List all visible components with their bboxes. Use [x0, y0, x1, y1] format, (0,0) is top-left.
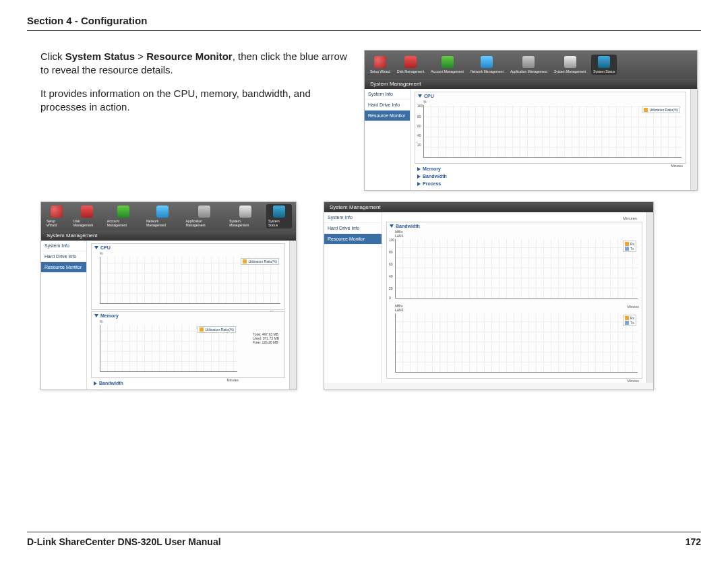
swatch-tx-icon	[625, 321, 629, 325]
scrollbar[interactable]	[690, 89, 697, 190]
section-header-memory[interactable]: Memory	[92, 312, 284, 319]
toolbar-application-management[interactable]: Application Management	[185, 206, 224, 227]
sidebar-item-hard-drive-info[interactable]: Hard Drive Info	[41, 251, 86, 262]
toolbar-label: Network Management	[146, 219, 179, 227]
text: Click	[40, 51, 65, 62]
toolbar-label: Account Management	[431, 69, 464, 73]
legend-label: Utilization Ratio(%)	[649, 108, 678, 112]
y-unit: %	[415, 100, 686, 104]
sidebar: System Info Hard Drive Info Resource Mon…	[324, 212, 382, 383]
y-unit: %	[92, 319, 284, 323]
toolbar-system-status[interactable]: System Status	[591, 55, 617, 75]
ytick: 40	[417, 133, 421, 137]
page-number: 172	[686, 536, 701, 547]
scrollbar[interactable]	[646, 212, 653, 383]
ytick: 60	[389, 262, 393, 266]
memory-info: Total: 497.93 MB Used: 371.73 MB Free: 1…	[253, 332, 279, 344]
ytick: 80	[417, 115, 421, 119]
toolbar-account-management[interactable]: Account Management	[106, 206, 141, 227]
sidebar: System Info Hard Drive Info Resource Mon…	[41, 241, 87, 389]
content-pane: CPU % Utilization Ratio(%) 100 80 60 40 …	[411, 89, 690, 190]
cpu-chart: Utilization Ratio(%) Minutes	[100, 257, 280, 304]
content-pane: Minutes Bandwidth MB/sLAN1 Rx Tx 100 80 …	[382, 212, 646, 383]
label: Memory	[423, 166, 441, 171]
section-header-cpu[interactable]: CPU	[415, 92, 686, 100]
label: Bandwidth	[396, 224, 420, 228]
swatch-rx-icon	[625, 242, 629, 246]
legend: Utilization Ratio(%)	[198, 326, 236, 333]
toolbar-disk-management[interactable]: Disk Management	[72, 206, 102, 227]
toolbar-account-management[interactable]: Account Management	[429, 56, 465, 73]
toolbar-label: Setup Wizard	[370, 69, 390, 73]
account-icon	[442, 56, 454, 68]
ytick: 60	[417, 124, 421, 128]
toolbar-disk-management[interactable]: Disk Management	[396, 56, 425, 73]
scrollbar[interactable]	[289, 241, 296, 389]
ytick: 0	[389, 296, 391, 300]
text: >	[135, 51, 146, 62]
toolbar-label: System Status	[593, 69, 615, 73]
toolbar-label: System Management	[554, 69, 586, 73]
sidebar-item-system-info[interactable]: System Info	[324, 212, 382, 223]
toolbar-label: Application Management	[186, 219, 223, 227]
section-header-process[interactable]: Process	[415, 180, 686, 187]
chevron-down-icon	[94, 314, 98, 317]
ytick: 20	[417, 143, 421, 147]
sidebar: System Info Hard Drive Info Resource Mon…	[365, 89, 411, 190]
sidebar-item-hard-drive-info[interactable]: Hard Drive Info	[324, 223, 382, 234]
chevron-down-icon	[94, 246, 98, 249]
content-pane: CPU % Utilization Ratio(%) Minutes Memor…	[87, 241, 289, 389]
chevron-right-icon	[417, 175, 421, 179]
toolbar-network-management[interactable]: Network Management	[145, 206, 181, 227]
ytick: 20	[389, 286, 393, 290]
swatch-icon	[243, 259, 247, 263]
sidebar-item-resource-monitor[interactable]: Resource Monitor	[324, 234, 382, 245]
toolbar-system-management[interactable]: System Management	[228, 206, 262, 227]
legend-label: Utilization Ratio(%)	[248, 259, 277, 263]
toolbar-label: Account Management	[107, 219, 140, 227]
toolbar-system-status[interactable]: System Status	[266, 204, 292, 228]
sidebar-item-hard-drive-info[interactable]: Hard Drive Info	[365, 100, 410, 111]
ytick: 80	[389, 250, 393, 254]
label: Memory	[100, 313, 119, 318]
sidebar-item-system-info[interactable]: System Info	[41, 241, 86, 251]
gear-icon	[239, 206, 251, 218]
toolbar-label: Disk Management	[397, 69, 424, 73]
app-icon	[198, 206, 210, 218]
label: CPU	[100, 245, 111, 250]
swatch-icon	[200, 327, 204, 332]
toolbar-system-management[interactable]: System Management	[553, 56, 587, 73]
section-header-cpu[interactable]: CPU	[92, 244, 284, 251]
section-header-memory[interactable]: Memory	[415, 165, 686, 173]
unit-lan2: MB/sLAN2	[387, 304, 642, 312]
screenshot-cpu-memory: Setup Wizard Disk Management Account Man…	[40, 201, 297, 390]
section-header-bandwidth[interactable]: Bandwidth	[91, 379, 285, 387]
chevron-right-icon	[417, 182, 421, 186]
toolbar-setup-wizard[interactable]: Setup Wizard	[45, 206, 68, 227]
y-unit: %	[92, 251, 284, 255]
sidebar-item-resource-monitor[interactable]: Resource Monitor	[365, 111, 410, 121]
toolbar-setup-wizard[interactable]: Setup Wizard	[369, 56, 392, 73]
legend-tx: Tx	[630, 247, 634, 251]
section-header-bandwidth[interactable]: Bandwidth	[387, 222, 642, 230]
legend: Utilization Ratio(%)	[642, 106, 680, 113]
app-toolbar: Setup Wizard Disk Management Account Man…	[365, 51, 697, 79]
bandwidth-lan2-chart: Rx Tx Minutes	[395, 313, 638, 373]
instruction-1: Click System Status > Resource Monitor, …	[40, 50, 351, 77]
toolbar-network-management[interactable]: Network Management	[469, 56, 505, 73]
section-memory: Memory % Utilization Ratio(%) Minutes To…	[91, 311, 285, 378]
bandwidth-lan1-chart: Rx Tx 100 80 60 40 20 0 Minutes	[395, 239, 638, 299]
sidebar-item-resource-monitor[interactable]: Resource Monitor	[41, 262, 86, 273]
chevron-right-icon	[94, 381, 97, 385]
toolbar-application-management[interactable]: Application Management	[509, 56, 549, 73]
section-header-bandwidth[interactable]: Bandwidth	[415, 173, 686, 180]
sidebar-item-system-info[interactable]: System Info	[365, 89, 410, 100]
label: Bandwidth	[99, 381, 123, 385]
legend: Rx Tx	[623, 241, 636, 252]
banner: System Management	[324, 202, 653, 212]
screenshot-bandwidth: System Management System Info Hard Drive…	[324, 201, 654, 390]
swatch-tx-icon	[625, 247, 629, 251]
status-icon	[273, 206, 285, 218]
legend-rx: Rx	[630, 242, 634, 246]
wizard-icon	[51, 206, 63, 218]
